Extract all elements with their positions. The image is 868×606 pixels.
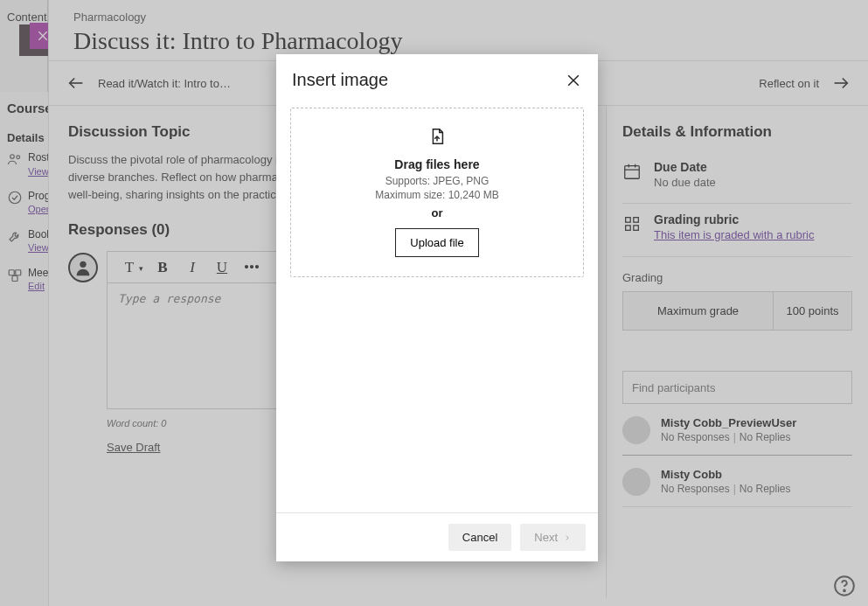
cancel-button[interactable]: Cancel: [448, 524, 511, 551]
modal-title: Insert image: [292, 70, 388, 90]
file-dropzone[interactable]: Drag files here Supports: JPEG, PNG Maxi…: [290, 108, 584, 277]
file-upload-icon: [427, 126, 447, 147]
chevron-right-icon: [563, 533, 572, 542]
dropzone-or: or: [300, 206, 574, 219]
next-button[interactable]: Next: [520, 524, 586, 551]
insert-image-modal: Insert image Drag files here Supports: J…: [276, 54, 598, 561]
dropzone-supports: Supports: JPEG, PNG: [300, 175, 574, 187]
dropzone-maxsize: Maximum size: 10,240 MB: [300, 189, 574, 201]
upload-file-button[interactable]: Upload file: [395, 228, 478, 257]
dropzone-heading: Drag files here: [300, 157, 574, 171]
modal-close-button[interactable]: [565, 72, 582, 89]
